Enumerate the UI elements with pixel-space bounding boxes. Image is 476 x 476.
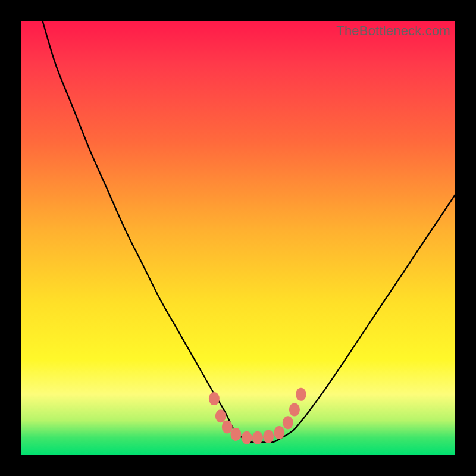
marker-dot	[209, 392, 220, 405]
marker-dot	[215, 409, 226, 422]
marker-dot	[274, 426, 284, 439]
plot-area: TheBottleneck.com	[21, 21, 455, 455]
marker-dot	[263, 430, 274, 443]
chart-frame: TheBottleneck.com	[0, 0, 476, 476]
marker-dot	[242, 431, 252, 444]
marker-dot	[252, 431, 263, 444]
curve-path	[43, 21, 456, 443]
bottleneck-curve	[21, 21, 455, 455]
marker-dot	[296, 388, 306, 401]
marker-group	[209, 388, 306, 444]
marker-dot	[230, 428, 241, 441]
marker-dot	[289, 403, 300, 416]
marker-dot	[222, 421, 233, 434]
marker-dot	[283, 416, 293, 429]
